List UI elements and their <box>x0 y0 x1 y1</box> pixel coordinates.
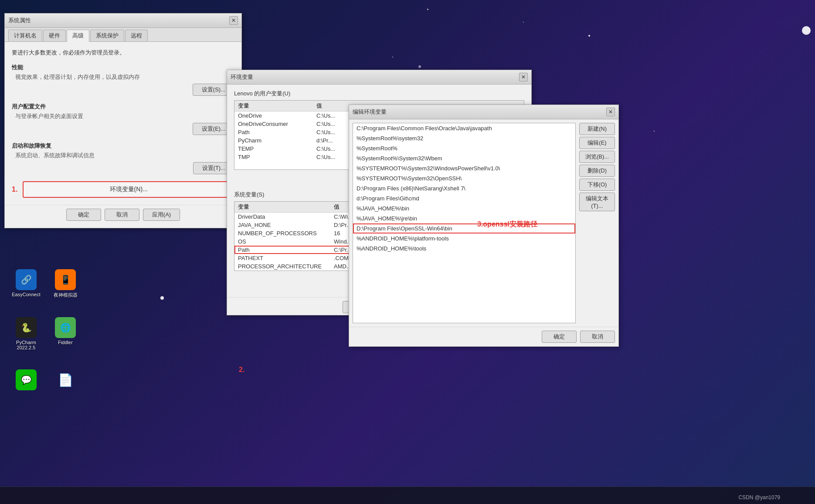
edit-new-button[interactable]: 新建(N) <box>579 123 615 135</box>
env-vars-button[interactable]: 环境变量(N)... <box>23 181 234 198</box>
path-item-8[interactable]: %JAVA_HOME%\bin <box>353 203 575 213</box>
env-vars-close-button[interactable]: ✕ <box>519 73 528 81</box>
edit-move-down-button[interactable]: 下移(O) <box>579 179 615 191</box>
user-vars-label: Lenovo 的用户变量(U) <box>234 90 524 98</box>
edit-env-window: 编辑环境变量 ✕ C:\Program Files\Common Files\O… <box>349 105 619 347</box>
sys-props-title-bar[interactable]: 系统属性 ✕ <box>5 14 241 28</box>
tab-remote[interactable]: 远程 <box>125 30 148 41</box>
easyconnect-icon: 🔗 <box>16 269 37 290</box>
desktop-icon-file[interactable]: 📄 <box>48 366 83 396</box>
var-name: OneDrive <box>234 112 313 120</box>
path-item-9[interactable]: %JAVA_HOME%\jre\bin <box>353 213 575 223</box>
edit-edit-button[interactable]: 编辑(E) <box>579 137 615 149</box>
pycharm-icon: 🐍 <box>16 317 37 338</box>
path-item-6[interactable]: D:\Program Files (x86)\NetSarang\Xshell … <box>353 183 575 193</box>
nox-label: 夜神模拟器 <box>54 292 78 298</box>
path-item-0[interactable]: C:\Program Files\Common Files\Oracle\Jav… <box>353 123 575 133</box>
sys-props-footer: 确定 取消 应用(A) <box>5 205 241 228</box>
startup-desc: 系统启动、系统故障和调试信息 <box>12 152 234 159</box>
ok-button[interactable]: 确定 <box>66 209 101 221</box>
env-vars-title: 环境变量 <box>231 73 253 81</box>
edit-cancel-button[interactable]: 取消 <box>580 331 615 343</box>
user-profiles-desc: 与登录帐户相关的桌面设置 <box>12 112 234 120</box>
path-item-3[interactable]: %SystemRoot%\System32\Wbem <box>353 153 575 163</box>
wechat-icon: 💬 <box>16 369 37 390</box>
edit-delete-button[interactable]: 删除(D) <box>579 165 615 177</box>
performance-section: 性能 视觉效果，处理器计划，内存使用，以及虚拟内存 设置(S)... <box>12 64 234 96</box>
user-profiles-title: 用户配置文件 <box>12 103 234 111</box>
apply-button[interactable]: 应用(A) <box>143 209 180 221</box>
path-item-2[interactable]: %SystemRoot% <box>353 143 575 153</box>
path-item-11[interactable]: %ANDROID_HOME%\platform-tools <box>353 233 575 244</box>
annotation-label-1: 1. <box>12 186 17 193</box>
easyconnect-label: EasyConnect <box>12 292 40 297</box>
startup-section: 启动和故障恢复 系统启动、系统故障和调试信息 设置(T)... <box>12 142 234 174</box>
edit-env-list[interactable]: C:\Program Files\Common Files\Oracle\Jav… <box>353 123 576 323</box>
fiddler-icon: 🌐 <box>55 317 76 338</box>
tab-advanced[interactable]: 高级 <box>67 30 89 42</box>
path-item-5[interactable]: %SYSTEMROOT%\System32\OpenSSH\ <box>353 173 575 183</box>
edit-env-title: 编辑环境变量 <box>353 108 387 116</box>
performance-desc: 视觉效果，处理器计划，内存使用，以及虚拟内存 <box>12 73 234 81</box>
col-var-header: 变量 <box>234 101 313 112</box>
desktop-icon-easyconnect[interactable]: 🔗 EasyConnect <box>9 266 44 301</box>
taskbar: CSDN @yan1079 <box>0 487 815 504</box>
path-item-openssl[interactable]: D:\Program Files\OpenSSL-Win64\bin <box>353 223 575 233</box>
desktop-icon-wechat[interactable]: 💬 <box>9 366 44 396</box>
sys-props-tabs: 计算机名 硬件 高级 系统保护 远程 <box>5 28 241 42</box>
edit-env-side-buttons: 新建(N) 编辑(E) 浏览(B)... 删除(D) 下移(O) 编辑文本(T)… <box>576 123 615 323</box>
tab-computer-name[interactable]: 计算机名 <box>8 30 42 41</box>
desktop-icon-pycharm[interactable]: 🐍 PyCharm2022.2.5 <box>9 314 44 354</box>
tab-hardware[interactable]: 硬件 <box>43 30 66 41</box>
cancel-button[interactable]: 取消 <box>105 209 139 221</box>
csdn-watermark: CSDN @yan1079 <box>738 494 780 501</box>
fiddler-label: Fiddler <box>58 340 73 345</box>
path-item-7[interactable]: d:\Program Files\Git\cmd <box>353 193 575 203</box>
edit-env-close-button[interactable]: ✕ <box>606 108 615 116</box>
edit-env-footer: 确定 取消 <box>349 327 618 346</box>
sys-props-title: 系统属性 <box>8 17 31 24</box>
desktop-icon-nox[interactable]: 📱 夜神模拟器 <box>48 266 83 302</box>
startup-title: 启动和故障恢复 <box>12 142 234 150</box>
edit-env-body: C:\Program Files\Common Files\Oracle\Jav… <box>349 119 618 327</box>
edit-edit-text-button[interactable]: 编辑文本(T)... <box>579 193 615 211</box>
desktop-icon-fiddler[interactable]: 🌐 Fiddler <box>48 314 83 348</box>
user-profiles-section: 用户配置文件 与登录帐户相关的桌面设置 设置(E)... <box>12 103 234 135</box>
sys-props-warning: 要进行大多数更改，你必须作为管理员登录。 <box>12 49 234 57</box>
sys-props-close-button[interactable]: ✕ <box>229 16 238 25</box>
sys-col-var-header: 变量 <box>234 202 330 213</box>
tab-system-protection[interactable]: 系统保护 <box>90 30 124 41</box>
env-vars-title-bar[interactable]: 环境变量 ✕ <box>227 70 531 85</box>
pycharm-label: PyCharm2022.2.5 <box>16 340 36 350</box>
nox-icon: 📱 <box>55 269 76 290</box>
system-properties-window: 系统属性 ✕ 计算机名 硬件 高级 系统保护 远程 要进行大多数更改，你必须作为… <box>4 13 242 228</box>
edit-env-title-bar[interactable]: 编辑环境变量 ✕ <box>349 105 618 119</box>
sys-props-body: 要进行大多数更改，你必须作为管理员登录。 性能 视觉效果，处理器计划，内存使用，… <box>5 42 241 205</box>
path-item-12[interactable]: %ANDROID_HOME%\tools <box>353 244 575 254</box>
edit-browse-button[interactable]: 浏览(B)... <box>579 151 615 163</box>
edit-ok-button[interactable]: 确定 <box>542 331 577 343</box>
path-item-4[interactable]: %SYSTEMROOT%\System32\WindowsPowerShell\… <box>353 163 575 173</box>
performance-title: 性能 <box>12 64 234 71</box>
path-item-1[interactable]: %SystemRoot%\system32 <box>353 133 575 143</box>
file-icon: 📄 <box>55 369 76 390</box>
